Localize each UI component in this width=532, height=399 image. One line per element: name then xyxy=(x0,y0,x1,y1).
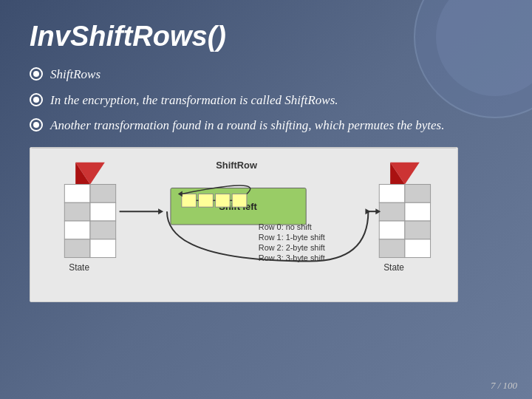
state-label-1: State xyxy=(69,262,89,273)
bullet-section: ShiftRows In the encryption, the transfo… xyxy=(30,66,502,135)
svg-rect-16 xyxy=(215,194,230,207)
bullet-text-2: In the encryption, the transformation is… xyxy=(50,92,502,110)
svg-rect-9 xyxy=(64,239,90,258)
svg-rect-30 xyxy=(405,221,431,239)
row2-label: Row 2: 2-byte shift xyxy=(259,243,325,252)
bullet-circle-inner-3 xyxy=(33,122,39,128)
svg-rect-27 xyxy=(379,202,405,221)
svg-rect-29 xyxy=(379,221,405,239)
bullet-text-3: Another transformation found in a round … xyxy=(50,117,502,135)
svg-rect-6 xyxy=(90,202,116,221)
row3-label: Row 3: 3-byte shift xyxy=(259,253,325,262)
svg-rect-26 xyxy=(405,184,431,202)
bullet-text-1: ShiftRows xyxy=(50,66,502,84)
diagram-container: State ShiftRow Shift left xyxy=(30,147,458,302)
svg-rect-8 xyxy=(90,221,116,239)
diagram-svg: State ShiftRow Shift left xyxy=(30,148,457,301)
slide: InvShiftRows() ShiftRows In the encrypti… xyxy=(0,0,532,399)
state-label-2: State xyxy=(383,262,404,273)
svg-rect-5 xyxy=(64,202,90,221)
slide-title: InvShiftRows() xyxy=(30,21,502,52)
shiftrow-label: ShiftRow xyxy=(216,160,258,171)
svg-rect-32 xyxy=(405,239,431,258)
bullet-icon-3 xyxy=(30,118,43,132)
row0-label: Row 0: no shift xyxy=(259,222,312,231)
row1-label: Row 1: 1-byte shift xyxy=(259,233,325,242)
bullet-item-2: In the encryption, the transformation is… xyxy=(30,92,502,110)
svg-rect-14 xyxy=(182,194,197,207)
svg-rect-31 xyxy=(379,239,405,258)
svg-rect-4 xyxy=(90,184,116,202)
svg-rect-3 xyxy=(64,184,90,202)
bullet-circle-inner-1 xyxy=(33,71,39,77)
bullet-circle-inner-2 xyxy=(33,97,39,103)
slide-number: 7 / 100 xyxy=(491,380,517,392)
bullet-item-1: ShiftRows xyxy=(30,66,502,84)
svg-rect-7 xyxy=(64,221,90,239)
svg-rect-25 xyxy=(379,184,405,202)
svg-rect-15 xyxy=(199,194,214,207)
bullet-item-3: Another transformation found in a round … xyxy=(30,117,502,135)
slide-content: InvShiftRows() ShiftRows In the encrypti… xyxy=(0,0,532,399)
svg-rect-10 xyxy=(90,239,116,258)
bullet-icon-2 xyxy=(30,93,43,106)
svg-rect-28 xyxy=(405,202,431,221)
bullet-icon-1 xyxy=(30,67,43,81)
svg-rect-17 xyxy=(232,194,247,207)
